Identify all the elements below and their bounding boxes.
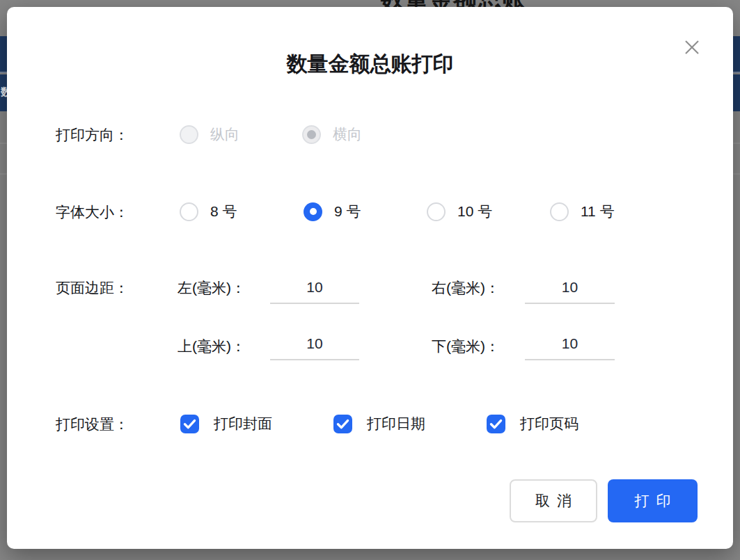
radio-unchecked-icon [180,202,198,221]
margin-bottom-input[interactable] [525,328,615,360]
print-button[interactable]: 打印 [608,479,698,522]
checkbox-checked-icon [180,415,199,433]
radio-font-8[interactable]: 8 号 [180,201,237,222]
radio-unchecked-disabled-icon [180,125,198,144]
checkbox-print-date[interactable]: 打印日期 [333,413,425,434]
margin-top-label: 上(毫米)： [178,337,246,356]
radio-landscape-label: 横向 [333,125,362,144]
checkbox-print-page-number-label: 打印页码 [520,414,578,433]
close-button[interactable] [679,35,704,60]
radio-portrait-label: 纵向 [210,125,239,144]
radio-font-9[interactable]: 9 号 [304,201,361,222]
checkbox-print-date-label: 打印日期 [367,414,425,433]
radio-font-11-label: 11 号 [581,202,615,221]
margin-bottom-label: 下(毫米)： [432,337,500,356]
margin-right-input[interactable] [525,271,615,304]
checkbox-print-cover-label: 打印封面 [214,414,272,433]
radio-unchecked-icon [550,202,569,221]
margin-right-label: 右(毫米)： [432,278,500,298]
radio-portrait: 纵向 [180,124,239,145]
margins-label: 页面边距： [56,278,129,298]
radio-font-8-label: 8 号 [210,202,237,221]
radio-font-9-label: 9 号 [334,202,361,221]
radio-font-10-label: 10 号 [457,202,492,221]
font-size-label: 字体大小： [56,202,129,222]
radio-font-10[interactable]: 10 号 [427,201,492,222]
margin-left-label: 左(毫米)： [178,278,246,298]
margin-top-input[interactable] [270,328,359,360]
checkbox-print-cover[interactable]: 打印封面 [180,413,272,434]
settings-label: 打印设置： [56,415,129,434]
checkbox-checked-icon [333,415,352,433]
margin-left-input[interactable] [270,271,359,304]
close-icon [679,35,704,60]
direction-label: 打印方向： [56,125,129,145]
print-dialog: 数量金额总账打印 打印方向： 纵向 横向 字体大小： 8 号 9 号 10 号 … [7,7,733,549]
radio-font-11[interactable]: 11 号 [550,201,615,222]
radio-unchecked-icon [427,202,446,221]
radio-checked-icon [304,202,322,221]
radio-checked-disabled-icon [302,125,321,144]
cancel-button[interactable]: 取消 [510,479,597,522]
checkbox-print-page-number[interactable]: 打印页码 [487,413,578,434]
dialog-title: 数量金额总账打印 [7,50,733,79]
checkbox-checked-icon [487,415,505,433]
radio-landscape: 横向 [302,124,362,145]
